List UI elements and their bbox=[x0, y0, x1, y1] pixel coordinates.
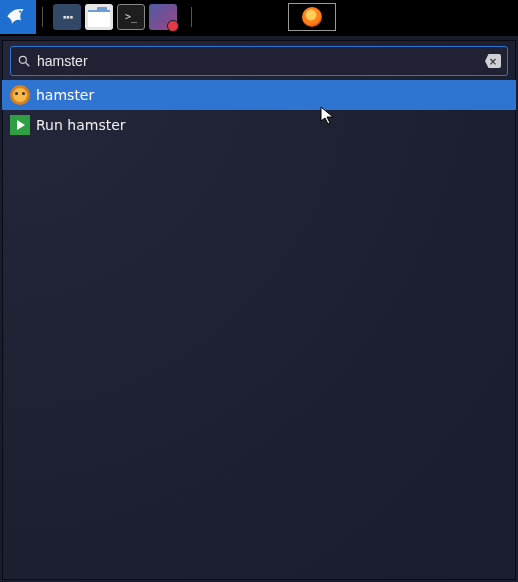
search-results-list: hamster Run hamster bbox=[2, 80, 516, 580]
search-field-wrapper[interactable]: × bbox=[10, 46, 508, 76]
kali-dragon-icon bbox=[4, 1, 32, 33]
taskbar-window-firefox[interactable] bbox=[288, 3, 336, 31]
svg-line-2 bbox=[26, 63, 30, 67]
search-icon bbox=[17, 54, 31, 68]
application-menu-panel: × hamster Run hamster bbox=[2, 40, 516, 580]
top-panel: ∙∙∙ bbox=[0, 0, 518, 36]
hamster-icon bbox=[10, 85, 30, 105]
file-manager-launcher[interactable] bbox=[85, 4, 113, 30]
result-item-label: hamster bbox=[36, 87, 94, 103]
run-icon bbox=[10, 115, 30, 135]
result-item-run-hamster[interactable]: Run hamster bbox=[2, 110, 516, 140]
firefox-icon bbox=[302, 7, 322, 27]
svg-point-0 bbox=[19, 11, 21, 13]
result-item-hamster[interactable]: hamster bbox=[2, 80, 516, 110]
search-input[interactable] bbox=[31, 53, 485, 69]
applications-menu-button[interactable] bbox=[0, 0, 36, 34]
dots-icon: ∙∙∙ bbox=[62, 9, 72, 25]
screen-recorder-launcher[interactable] bbox=[149, 4, 177, 30]
panel-separator bbox=[42, 7, 43, 27]
svg-point-1 bbox=[19, 56, 26, 63]
panel-separator bbox=[191, 7, 192, 27]
show-desktop-launcher[interactable]: ∙∙∙ bbox=[53, 4, 81, 30]
terminal-launcher[interactable] bbox=[117, 4, 145, 30]
result-item-label: Run hamster bbox=[36, 117, 126, 133]
clear-search-icon[interactable]: × bbox=[485, 54, 501, 68]
